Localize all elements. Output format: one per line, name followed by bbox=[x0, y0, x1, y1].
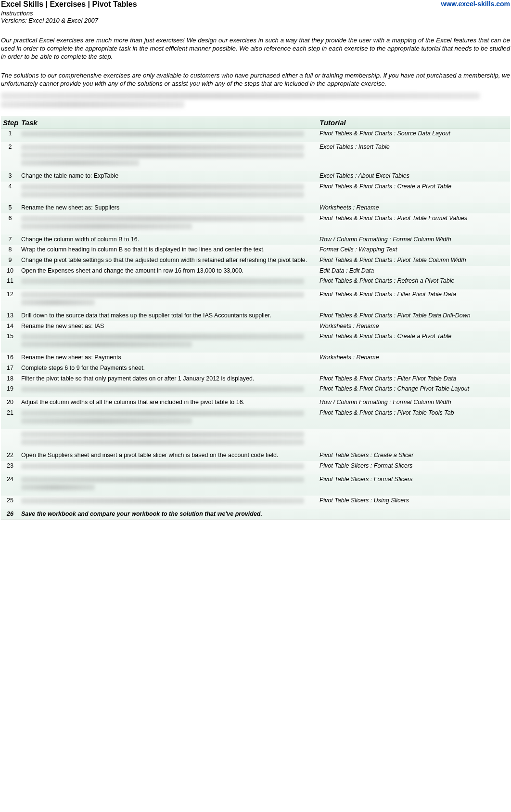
step-number: 1 bbox=[1, 129, 19, 138]
step-number: 13 bbox=[1, 311, 19, 320]
tutorial-cell: Pivot Tables & Pivot Charts : Pivot Tabl… bbox=[318, 255, 510, 266]
step-number: 2 bbox=[1, 142, 19, 152]
task-cell bbox=[19, 429, 318, 450]
task-cell: Wrap the column heading in column B so t… bbox=[19, 245, 318, 255]
tutorial-cell: Pivot Tables & Pivot Charts : Refresh a … bbox=[318, 276, 510, 287]
task-cell bbox=[19, 461, 318, 474]
table-row: 5Rename the new sheet as: SuppliersWorks… bbox=[1, 203, 510, 213]
table-row: 26Save the workbook and compare your wor… bbox=[1, 509, 510, 521]
table-row: 16Rename the new sheet as: PaymentsWorks… bbox=[1, 353, 510, 363]
task-cell bbox=[19, 474, 318, 496]
step-number: 18 bbox=[1, 374, 19, 383]
task-cell bbox=[19, 408, 318, 429]
task-cell bbox=[19, 331, 318, 353]
step-number: 9 bbox=[1, 255, 19, 265]
table-row: 3Change the table name to: ExpTableExcel… bbox=[1, 171, 510, 182]
table-row: 4Pivot Tables & Pivot Charts : Create a … bbox=[1, 182, 510, 203]
table-row: 25Pivot Table Slicers : Using Slicers bbox=[1, 496, 510, 509]
tutorial-cell: Pivot Tables & Pivot Charts : Filter Piv… bbox=[318, 374, 510, 384]
blurred-intro-text bbox=[1, 92, 510, 108]
task-cell: Rename the new sheet as: Suppliers bbox=[19, 203, 318, 213]
tutorial-cell: Pivot Tables & Pivot Charts : Change Piv… bbox=[318, 384, 510, 394]
step-number: 20 bbox=[1, 397, 19, 407]
step-number: 8 bbox=[1, 245, 19, 254]
step-number: 7 bbox=[1, 235, 19, 244]
tutorial-cell bbox=[318, 429, 510, 432]
step-number: 26 bbox=[1, 509, 19, 519]
tutorial-cell: Excel Tables : Insert Table bbox=[318, 142, 510, 153]
tutorial-cell: Pivot Table Slicers : Using Slicers bbox=[318, 496, 510, 506]
tutorial-cell: Pivot Tables & Pivot Charts : Create a P… bbox=[318, 182, 510, 192]
task-cell bbox=[19, 213, 318, 235]
step-number: 14 bbox=[1, 321, 19, 331]
page-title: Excel Skills | Exercises | Pivot Tables bbox=[1, 0, 510, 9]
step-number: 23 bbox=[1, 461, 19, 471]
table-row: 17Complete steps 6 to 9 for the Payments… bbox=[1, 363, 510, 374]
table-row: 15Pivot Tables & Pivot Charts : Create a… bbox=[1, 331, 510, 353]
step-number: 3 bbox=[1, 171, 19, 181]
tutorial-cell: Row / Column Formatting : Format Column … bbox=[318, 235, 510, 245]
tutorial-cell: Pivot Table Slicers : Create a Slicer bbox=[318, 450, 510, 461]
task-cell: Open the Expenses sheet and change the a… bbox=[19, 266, 318, 276]
intro-paragraph-2: The solutions to our comprehensive exerc… bbox=[1, 72, 510, 88]
tutorial-cell: Excel Tables : About Excel Tables bbox=[318, 171, 510, 182]
step-number: 22 bbox=[1, 450, 19, 460]
task-cell bbox=[19, 142, 318, 171]
table-row: 10Open the Expenses sheet and change the… bbox=[1, 266, 510, 276]
step-number: 21 bbox=[1, 408, 19, 418]
table-row: 6Pivot Tables & Pivot Charts : Pivot Tab… bbox=[1, 213, 510, 235]
table-row: 20Adjust the column widths of all the co… bbox=[1, 397, 510, 408]
task-cell: Change the table name to: ExpTable bbox=[19, 171, 318, 182]
table-row bbox=[1, 429, 510, 450]
intro-paragraph-1: Our practical Excel exercises are much m… bbox=[1, 37, 510, 61]
task-cell bbox=[19, 496, 318, 509]
table-row: 21Pivot Tables & Pivot Charts : Pivot Ta… bbox=[1, 408, 510, 429]
task-cell bbox=[19, 182, 318, 203]
task-cell: Adjust the column widths of all the colu… bbox=[19, 397, 318, 408]
tutorial-cell: Pivot Table Slicers : Format Slicers bbox=[318, 474, 510, 485]
tutorial-cell: Pivot Table Slicers : Format Slicers bbox=[318, 461, 510, 471]
header-task: Task bbox=[19, 117, 318, 128]
task-cell: Save the workbook and compare your workb… bbox=[19, 509, 318, 520]
task-cell: Rename the new sheet as: Payments bbox=[19, 353, 318, 363]
table-row: 14Rename the new sheet as: IASWorksheets… bbox=[1, 321, 510, 332]
task-cell: Complete steps 6 to 9 for the Payments s… bbox=[19, 363, 318, 374]
tutorial-cell: Worksheets : Rename bbox=[318, 321, 510, 332]
tutorial-cell: Row / Column Formatting : Format Column … bbox=[318, 397, 510, 408]
step-number: 15 bbox=[1, 331, 19, 341]
site-link[interactable]: www.excel-skills.com bbox=[441, 0, 510, 8]
table-header-row: Step Task Tutorial bbox=[1, 117, 510, 129]
table-row: 9Change the pivot table settings so that… bbox=[1, 255, 510, 266]
step-number: 16 bbox=[1, 353, 19, 362]
step-number: 11 bbox=[1, 276, 19, 286]
table-row: 13Drill down to the source data that mak… bbox=[1, 311, 510, 321]
step-number: 24 bbox=[1, 474, 19, 484]
header-tutorial: Tutorial bbox=[318, 117, 510, 128]
step-number bbox=[1, 429, 19, 432]
task-cell bbox=[19, 129, 318, 142]
tutorial-cell: Pivot Tables & Pivot Charts : Filter Piv… bbox=[318, 289, 510, 300]
step-number: 4 bbox=[1, 182, 19, 191]
table-row: 7Change the column width of column B to … bbox=[1, 235, 510, 245]
tutorial-cell: Pivot Tables & Pivot Charts : Pivot Tabl… bbox=[318, 213, 510, 224]
task-cell: Drill down to the source data that makes… bbox=[19, 311, 318, 321]
table-row: 1Pivot Tables & Pivot Charts : Source Da… bbox=[1, 129, 510, 142]
versions-label: Versions: Excel 2010 & Excel 2007 bbox=[1, 17, 510, 24]
task-cell: Filter the pivot table so that only paym… bbox=[19, 374, 318, 384]
task-cell: Rename the new sheet as: IAS bbox=[19, 321, 318, 332]
header-step: Step bbox=[1, 117, 19, 128]
table-row: 23Pivot Table Slicers : Format Slicers bbox=[1, 461, 510, 474]
task-cell: Change the pivot table settings so that … bbox=[19, 255, 318, 266]
step-number: 25 bbox=[1, 496, 19, 505]
tutorial-cell: Format Cells : Wrapping Text bbox=[318, 245, 510, 255]
tutorial-cell: Worksheets : Rename bbox=[318, 353, 510, 363]
table-row: 12Pivot Tables & Pivot Charts : Filter P… bbox=[1, 289, 510, 311]
table-row: 24Pivot Table Slicers : Format Slicers bbox=[1, 474, 510, 496]
instructions-label: Instructions bbox=[1, 10, 510, 17]
task-cell: Change the column width of column B to 1… bbox=[19, 235, 318, 245]
tutorial-cell: Worksheets : Rename bbox=[318, 203, 510, 213]
tutorial-cell: Pivot Tables & Pivot Charts : Pivot Tabl… bbox=[318, 311, 510, 321]
table-row: 18Filter the pivot table so that only pa… bbox=[1, 374, 510, 384]
tutorial-cell: Pivot Tables & Pivot Charts : Pivot Tabl… bbox=[318, 408, 510, 419]
tutorial-cell: Pivot Tables & Pivot Charts : Source Dat… bbox=[318, 129, 510, 139]
